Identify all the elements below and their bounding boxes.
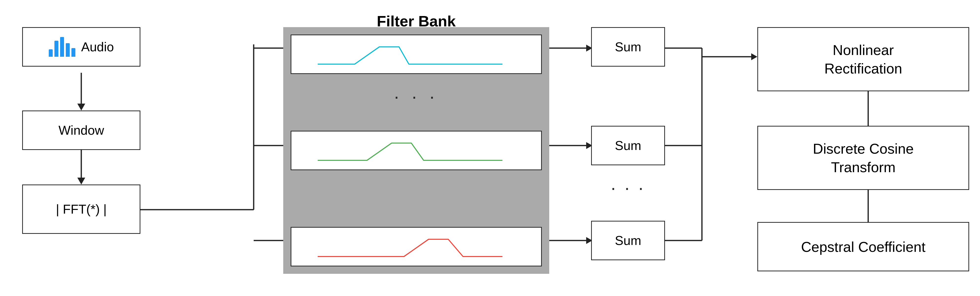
filter-bank-dots: · · ·: [291, 86, 542, 107]
filter-2-svg: [305, 136, 527, 165]
window-label: Window: [59, 123, 104, 138]
sum-1-box: Sum: [591, 27, 665, 67]
audio-label: Audio: [81, 40, 114, 54]
filter-2-box: [291, 131, 542, 170]
audio-icon: [49, 37, 75, 57]
cepstral-coefficient-box: Cepstral Coefficient: [757, 222, 969, 271]
filter-1-svg: [305, 40, 527, 69]
svg-marker-3: [77, 178, 85, 184]
sum-2-label: Sum: [615, 138, 641, 153]
sum-3-box: Sum: [591, 221, 665, 260]
sum-1-label: Sum: [615, 40, 641, 54]
sum-3-label: Sum: [615, 233, 641, 248]
cepstral-coefficient-label: Cepstral Coefficient: [801, 238, 925, 255]
svg-marker-23: [751, 53, 757, 60]
filter-3-box: [291, 227, 542, 266]
window-box: Window: [22, 110, 140, 150]
sum-2-box: Sum: [591, 126, 665, 165]
filter-1-box: [291, 35, 542, 74]
nonlinear-rectification-box: NonlinearRectification: [757, 27, 969, 91]
dct-label: Discrete CosineTransform: [813, 139, 913, 177]
fft-box: | FFT(*) |: [22, 184, 140, 234]
filter-bank-bg: · · ·: [283, 27, 549, 274]
nonlinear-rectification-label: NonlinearRectification: [824, 41, 902, 78]
fft-label: | FFT(*) |: [56, 202, 107, 217]
filter-3-svg: [305, 232, 527, 261]
svg-marker-1: [77, 104, 85, 110]
sum-dots: · · ·: [591, 178, 665, 198]
audio-box: Audio: [22, 27, 140, 67]
diagram-container: Audio Window | FFT(*) | Filter Bank · · …: [0, 0, 980, 296]
dct-box: Discrete CosineTransform: [757, 126, 969, 190]
